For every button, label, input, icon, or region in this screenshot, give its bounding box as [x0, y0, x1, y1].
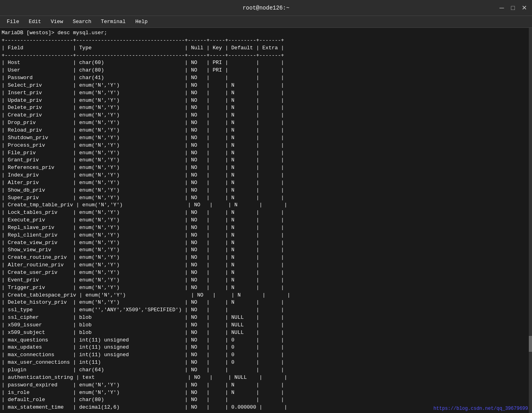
menu-item-help[interactable]: Help: [131, 17, 152, 26]
scrollbar[interactable]: [529, 28, 532, 413]
close-button[interactable]: ✕: [520, 4, 528, 12]
window-controls[interactable]: ─ □ ✕: [498, 4, 528, 12]
terminal-area[interactable]: MariaDB [westos]> desc mysql.user; +----…: [0, 28, 532, 413]
bottom-link: https://blog.csdn.net/qq_39679699: [433, 406, 528, 411]
menu-item-file[interactable]: File: [2, 17, 24, 26]
title-bar: root@node126:~ ─ □ ✕: [0, 0, 532, 16]
menu-item-view[interactable]: View: [46, 17, 68, 26]
menu-item-edit[interactable]: Edit: [24, 17, 46, 26]
menu-item-search[interactable]: Search: [68, 17, 96, 26]
maximize-button[interactable]: □: [509, 4, 517, 12]
scrollbar-thumb[interactable]: [529, 336, 532, 352]
menu-item-terminal[interactable]: Terminal: [96, 17, 130, 26]
terminal-output: MariaDB [westos]> desc mysql.user; +----…: [2, 29, 530, 413]
minimize-button[interactable]: ─: [498, 4, 506, 12]
window-title: root@node126:~: [243, 5, 290, 11]
menu-bar: FileEditViewSearchTerminalHelp: [0, 16, 532, 28]
